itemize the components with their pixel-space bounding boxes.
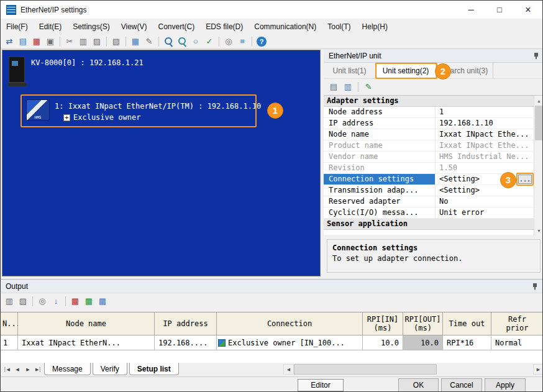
export-icon[interactable]: ↓ — [50, 295, 62, 308]
apply-button[interactable]: Apply — [485, 378, 526, 392]
magnifier-glyph — [162, 35, 175, 48]
menu-settings[interactable]: Settings(S) — [67, 19, 115, 34]
property-row-product-name[interactable]: Product name Ixxat INpact Ethe... — [324, 140, 534, 152]
pin-icon[interactable] — [531, 283, 539, 290]
monitor-icon[interactable]: ▤ — [17, 35, 29, 48]
next-tab-icon[interactable]: ▶ — [23, 365, 33, 375]
copy-icon[interactable]: ▥ — [3, 295, 16, 308]
network-globe-icon[interactable]: ○ — [189, 35, 202, 48]
help-icon[interactable]: ? — [255, 35, 268, 48]
search-unit-icon[interactable] — [176, 35, 188, 48]
menu-help[interactable]: Help(H) — [357, 19, 393, 34]
column-header-rpi-in[interactable]: RPI[IN](ms) — [363, 312, 403, 335]
section-adapter-settings[interactable]: Adapter settings — [324, 96, 534, 107]
duplicate-page-icon[interactable]: ▣ — [44, 35, 57, 48]
property-name: IP address — [324, 118, 436, 129]
menu-eds-file[interactable]: EDS file(D) — [200, 19, 249, 34]
tree-node-plc[interactable]: KV-8000[0] : 192.168.1.21 — [31, 58, 144, 67]
menu-convert[interactable]: Convert(C) — [153, 19, 201, 34]
watch-list-icon[interactable]: ≡ — [236, 35, 249, 48]
cancel-button[interactable]: Cancel — [441, 378, 482, 392]
property-row-reserved-adapter[interactable]: Reserved adapter No — [324, 196, 534, 207]
unit-configuration-tree[interactable]: KV-8000[0] : 192.168.1.21 HMS 1: Ixxat I… — [2, 50, 321, 276]
ok-button[interactable]: OK — [398, 378, 439, 392]
paste-icon[interactable]: ▨ — [17, 295, 29, 308]
menu-communication[interactable]: Communication(N) — [249, 19, 322, 34]
menu-view[interactable]: View(V) — [116, 19, 153, 34]
tab-verify[interactable]: Verify — [93, 363, 127, 375]
connection-device-icon — [218, 339, 226, 347]
property-row-node-address[interactable]: Node address 1 — [324, 107, 534, 118]
column-header-node-name[interactable]: Node name — [18, 312, 155, 335]
column-header-no[interactable]: N... — [1, 312, 18, 335]
unit-panel-header: EtherNet/IP unit — [324, 49, 543, 63]
property-row-transmission-adapter[interactable]: Transmission adap... <Setting> — [324, 185, 534, 196]
first-tab-icon[interactable]: │◀ — [2, 365, 12, 375]
property-row-revision[interactable]: Revision 1.50 — [324, 163, 534, 174]
cell-rpi-in: 10.0 — [363, 335, 403, 350]
toolbar-separator — [252, 37, 252, 47]
property-value: Ixxat INpact Ethe... — [436, 129, 534, 140]
registration-table-icon[interactable]: ▦ — [129, 35, 142, 48]
edit-settings-icon[interactable]: ✎ — [362, 81, 375, 93]
property-row-cyclic-message[interactable]: Cyclic(I/O) messa... Unit error — [324, 207, 534, 219]
table-row[interactable]: 1 Ixxat INpact EtherN... 192.168.... Exc… — [1, 335, 543, 350]
column-header-connection[interactable]: Connection — [217, 312, 363, 335]
find-icon[interactable]: ◎ — [36, 295, 48, 308]
column-header-ip-address[interactable]: IP address — [155, 312, 217, 335]
close-button[interactable]: × — [514, 1, 542, 19]
tab-unit-list[interactable]: Unit list(1) — [324, 63, 376, 78]
verify-icon[interactable]: ✓ — [203, 35, 216, 48]
minimize-button[interactable]: ─ — [457, 1, 485, 19]
setup-table-icon[interactable]: ▦ — [96, 295, 109, 308]
scroll-down-icon[interactable]: ▼ — [534, 226, 543, 235]
property-row-vendor-name[interactable]: Vendor name HMS Industrial Ne... — [324, 152, 534, 163]
paste-icon[interactable]: ▨ — [91, 35, 103, 48]
cell-rpi-out[interactable]: 10.0 — [403, 335, 443, 350]
header-label: Node name — [66, 319, 106, 328]
scrollbar-thumb[interactable] — [294, 364, 437, 375]
edit-icon[interactable]: ✎ — [143, 35, 155, 48]
plc-device-icon — [8, 57, 27, 86]
expand-properties-icon[interactable]: ▤ — [327, 81, 340, 93]
scrollbar-track[interactable] — [294, 364, 533, 375]
column-header-rpi-out[interactable]: RPI[OUT](ms) — [403, 312, 443, 335]
column-header-timeout[interactable]: Time out — [443, 312, 491, 335]
menu-edit[interactable]: Edit(E) — [34, 19, 68, 34]
check-table-icon[interactable]: ▦ — [69, 295, 81, 308]
callout-2: 2 — [435, 63, 451, 80]
column-header-refresh-priority[interactable]: Refrprior — [491, 312, 543, 335]
cut-icon[interactable]: ✂ — [63, 35, 76, 48]
menu-tool[interactable]: Tool(T) — [322, 19, 356, 34]
maximize-button[interactable]: □ — [485, 1, 514, 19]
scroll-left-icon[interactable]: ◀ — [283, 364, 294, 375]
scroll-up-icon[interactable]: ▲ — [534, 96, 543, 106]
verify-table-icon[interactable]: ▦ — [83, 295, 95, 308]
property-row-ip-address[interactable]: IP address 192.168.1.10 — [324, 118, 534, 129]
find-icon[interactable]: ◎ — [222, 35, 235, 48]
description-text: To set up adapter connection. — [327, 254, 540, 263]
copy-icon[interactable]: ▥ — [77, 35, 89, 48]
zoom-icon[interactable] — [162, 35, 175, 48]
unit-editor-icon[interactable]: ▦ — [30, 35, 43, 48]
cell-connection-text: Exclusive owner [IN_100... — [228, 339, 345, 347]
tab-message[interactable]: Message — [44, 363, 91, 375]
tab-setup-list[interactable]: Setup list — [129, 363, 179, 375]
callout-rect-unit-setting-tab — [375, 63, 437, 79]
collapse-properties-icon[interactable]: ▥ — [342, 81, 354, 93]
transfer-icon[interactable]: ⇄ — [3, 35, 16, 48]
menu-file[interactable]: File(F) — [1, 19, 34, 34]
last-tab-icon[interactable]: ▶│ — [34, 365, 43, 375]
pin-icon[interactable] — [532, 52, 540, 60]
property-name: Product name — [324, 140, 436, 151]
property-value: No — [436, 196, 534, 207]
scrollbar-thumb[interactable] — [535, 106, 543, 140]
section-sensor-application[interactable]: Sensor application — [324, 219, 534, 230]
horizontal-scrollbar[interactable]: ◀ ▶ — [283, 364, 543, 375]
scroll-right-icon[interactable]: ▶ — [533, 364, 543, 375]
toolbar-separator — [32, 296, 33, 306]
paste-special-icon[interactable]: ▧ — [110, 35, 122, 48]
vertical-scrollbar[interactable]: ▲ ▼ — [534, 96, 543, 235]
property-row-node-name[interactable]: Node name Ixxat INpact Ethe... — [324, 129, 534, 140]
previous-tab-icon[interactable]: ◀ — [12, 365, 22, 375]
